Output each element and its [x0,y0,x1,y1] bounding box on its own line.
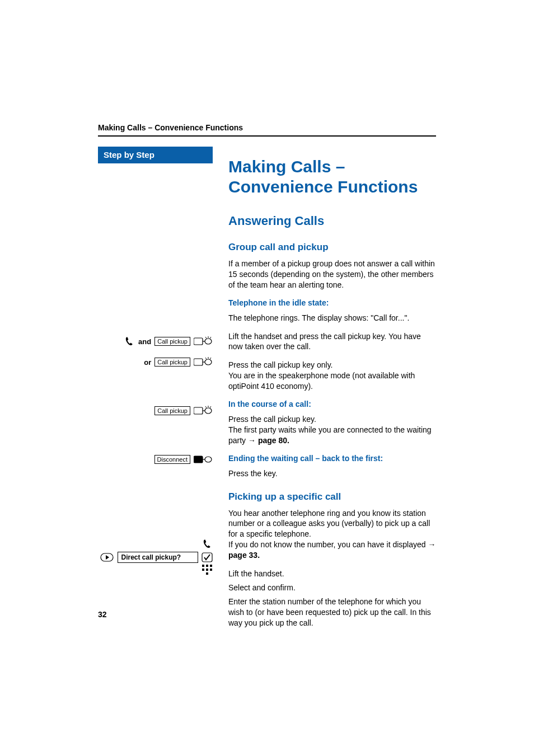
label-and: and [138,337,151,346]
confirm-key-icon [202,552,213,562]
handset-icon [202,538,213,550]
key-call-pickup-3: Call pickup [154,406,190,415]
svg-line-11 [210,358,211,359]
para-press-key: Press the key. [228,468,436,479]
step-row-keypad [202,564,213,575]
page-number: 32 [98,610,107,619]
key-disconnect: Disconnect [154,455,190,464]
svg-rect-0 [194,338,203,345]
running-header: Making Calls – Convenience Functions [98,123,436,132]
svg-line-4 [205,337,207,339]
svg-point-14 [205,408,212,414]
svg-marker-22 [106,555,109,560]
led-blinking-icon [194,406,213,416]
svg-rect-28 [206,569,208,571]
text-press-pickup: Press the call pickup key. [228,415,316,424]
state-in-call: In the course of a call: [228,400,436,408]
text-specific-2: If you do not know the number, you can h… [228,540,428,549]
para-specific-intro: You hear another telephone ring and you … [228,508,436,561]
para-enter-number: Enter the station number of the telephon… [228,597,436,628]
subsection-group-call: Group call and pickup [228,242,436,253]
svg-rect-29 [210,569,212,571]
svg-line-5 [210,337,211,339]
para-press-pickup-in-call: Press the call pickup key. The first par… [228,414,436,446]
led-on-icon [194,454,213,464]
svg-rect-25 [206,565,208,567]
page-ref-80: → page 80. [248,436,289,445]
svg-point-2 [205,339,212,344]
svg-rect-27 [202,569,204,571]
label-or: or [144,358,151,367]
svg-rect-18 [194,456,203,463]
page-title: Making Calls – Convenience Functions [228,157,436,197]
header-rule [98,135,436,137]
svg-line-10 [205,358,207,359]
svg-line-16 [205,406,207,408]
text-press-only: Press the call pickup key only. [228,360,333,369]
step-column: Step by Step and Call pickup [98,147,213,163]
key-call-pickup: Call pickup [154,337,190,346]
keypad-icon [202,564,213,575]
section-answering-calls: Answering Calls [228,214,436,228]
svg-rect-26 [210,565,212,567]
led-blinking-icon [194,336,213,346]
para-lift-and-press: Lift the handset and press the call pick… [228,331,436,353]
svg-rect-24 [202,565,204,567]
step-row-pickup-during-call: Call pickup [154,406,213,416]
svg-rect-12 [194,407,203,414]
content-column: Making Calls – Convenience Functions Ans… [213,147,436,636]
scroll-key-icon [100,553,114,562]
text-specific-1: You hear another telephone ring and you … [228,509,430,539]
display-direct-call-pickup: Direct call pickup? [118,552,198,563]
step-row-disconnect: Disconnect [154,454,213,464]
key-call-pickup-2: Call pickup [154,358,190,367]
para-press-only: Press the call pickup key only. You are … [228,360,436,392]
step-by-step-header: Step by Step [98,147,213,163]
svg-line-17 [210,406,211,408]
para-display-shows: The telephone rings. The display shows: … [228,313,436,323]
svg-rect-6 [194,359,203,365]
state-ending: Ending the waiting call – back to the fi… [228,454,436,463]
led-blinking-icon [194,357,213,367]
para-lift-handset: Lift the handset. [228,569,436,579]
step-row-select-confirm: Direct call pickup? [98,552,213,563]
para-group-intro: If a member of a pickup group does not a… [228,259,436,290]
step-row-lift-and-pickup: and Call pickup [124,336,213,347]
para-select-confirm: Select and confirm. [228,583,436,593]
state-idle: Telephone in the idle state: [228,298,436,307]
step-row-lift-handset [202,538,213,550]
svg-point-8 [205,359,212,365]
handset-icon [124,336,135,347]
subsection-specific-call: Picking up a specific call [228,491,436,503]
svg-rect-30 [206,572,208,575]
svg-point-20 [205,457,212,462]
step-row-or-pickup: or Call pickup [144,357,213,367]
text-speakerphone: You are in the speakerphone mode (not av… [228,371,415,391]
